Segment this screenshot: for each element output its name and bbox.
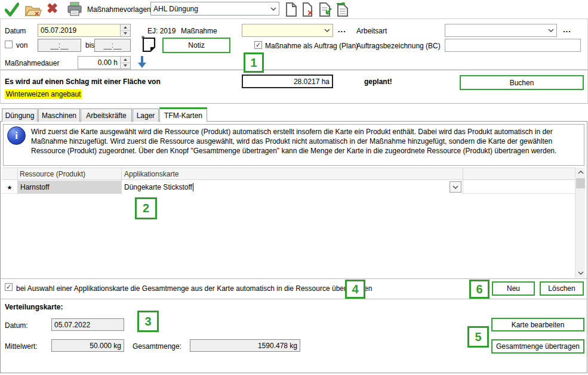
mean-field[interactable]: 50.000 kg	[51, 339, 124, 352]
tab-tfm-karten-label: TFM-Karten	[164, 111, 202, 120]
tab-duengung[interactable]: Düngung	[2, 109, 38, 122]
order-plan-checkbox[interactable]: ✓	[254, 41, 262, 49]
date-spinner[interactable]	[120, 24, 130, 36]
tab-maschinen-label: Maschinen	[42, 111, 76, 120]
copy-document-icon[interactable]	[335, 2, 350, 17]
arrow-down-icon[interactable]	[137, 55, 147, 69]
edit-card-button-label: Karte bearbeiten	[512, 321, 565, 329]
date-value: 05.07.2019	[38, 26, 120, 35]
area-value-box: 28.0217 ha	[242, 75, 333, 88]
annotation-5: 5	[467, 326, 489, 348]
worktype-combobox[interactable]	[445, 24, 557, 37]
order-plan-label: Maßnahme als Auftrag (Plan)	[265, 42, 358, 50]
duration-spinner[interactable]	[120, 57, 130, 69]
delete-button[interactable]: Löschen	[540, 281, 584, 296]
resource-cell-value: Harnstoff	[20, 183, 49, 191]
mean-label: Mittelwert:	[5, 342, 38, 351]
section-divider	[1, 278, 587, 279]
templates-combobox[interactable]: AHL Düngung	[150, 2, 279, 16]
info-text: Wird zuerst die Karte ausgewählt wird di…	[31, 127, 581, 156]
templates-label: Maßnahmevorlagen	[87, 5, 151, 14]
column-header-resource[interactable]: Ressource (Produkt)	[20, 170, 85, 178]
duration-value: 0.00 h	[78, 58, 120, 67]
duration-label: Maßnahmedauer	[5, 59, 59, 67]
svg-text:×: ×	[35, 9, 39, 17]
delete-document-icon[interactable]: ×	[302, 2, 315, 17]
order-name-input[interactable]	[445, 39, 581, 52]
economic-year-label: EJ: 2019	[147, 27, 176, 35]
to-label: bis	[85, 41, 94, 49]
open-folder-cancel-icon[interactable]: ×	[25, 4, 42, 17]
note-button-label: Notiz	[188, 41, 204, 49]
distribution-date-field[interactable]: 05.07.2022	[51, 318, 124, 331]
annotation-3: 3	[137, 311, 159, 332]
mean-value: 50.000 kg	[52, 342, 124, 350]
annotation-4: 4	[345, 280, 365, 299]
table-header-row	[2, 168, 575, 180]
new-document-icon[interactable]	[285, 2, 297, 17]
confirm-check-icon[interactable]	[5, 2, 19, 17]
distribution-date-value: 05.07.2022	[52, 321, 124, 329]
total-label: Gesamtmenge:	[133, 342, 181, 351]
chevron-down-icon	[268, 2, 279, 15]
section-divider	[1, 299, 587, 299]
application-card-cell[interactable]: Düngekarte Stickstoff	[122, 181, 463, 194]
time-to-input[interactable]: __:__	[94, 39, 131, 52]
measure-planning-window: × ✖ Maßnahmevorlagen AHL Düngung × Datum	[0, 0, 588, 375]
templates-combobox-value: AHL Düngung	[151, 5, 268, 13]
worktype-label: Arbeitsart	[356, 27, 387, 35]
printer-icon[interactable]	[67, 2, 82, 17]
resource-cell[interactable]: Harnstoff	[18, 181, 121, 194]
order-name-label: Auftragsbezeichnung (BC)	[356, 42, 441, 50]
measure-label: Maßnahme	[181, 27, 217, 35]
total-field[interactable]: 1590.478 kg	[190, 339, 300, 352]
tab-lager[interactable]: Lager	[133, 109, 159, 122]
column-header-card[interactable]: Applikationskarte	[124, 170, 178, 178]
worktype-more-button[interactable]: ...	[563, 25, 571, 34]
time-from-value: __:__	[38, 41, 81, 49]
book-button-label: Buchen	[510, 79, 534, 87]
text-cursor	[193, 183, 193, 191]
card-dropdown-button[interactable]	[450, 181, 461, 193]
tab-arbeitskraefte[interactable]: Arbeitskräfte	[81, 109, 132, 122]
crop-note-highlight: Winterweizen angebaut	[5, 89, 82, 99]
transfer-total-button[interactable]: Gesamtmenge übertragen	[491, 339, 584, 354]
edit-card-button[interactable]: Karte bearbeiten	[491, 318, 584, 331]
scroll-down-icon[interactable]	[575, 268, 586, 278]
note-button[interactable]: Notiz	[162, 38, 230, 53]
tab-arbeitskraefte-label: Arbeitskräfte	[86, 111, 126, 120]
date-input[interactable]: 05.07.2019	[38, 24, 131, 37]
total-value: 1590.478 kg	[190, 342, 300, 350]
vertical-scrollbar[interactable]	[575, 168, 585, 278]
auto-transfer-checkbox[interactable]: ✓	[5, 283, 13, 291]
info-icon: i	[7, 126, 26, 145]
delete-x-icon[interactable]: ✖	[47, 1, 58, 17]
chevron-down-icon	[546, 24, 556, 36]
save-document-icon[interactable]	[319, 2, 332, 17]
duration-input[interactable]: 0.00 h	[78, 56, 131, 69]
scroll-up-icon[interactable]	[575, 168, 586, 177]
tab-lager-label: Lager	[137, 111, 155, 120]
note-icon[interactable]	[141, 35, 156, 52]
distribution-date-label: Datum:	[5, 321, 28, 330]
annotation-6: 6	[469, 280, 490, 299]
measure-more-button[interactable]: ...	[338, 25, 346, 34]
time-from-input[interactable]: __:__	[38, 39, 81, 52]
time-to-value: __:__	[95, 41, 130, 49]
new-button[interactable]: Neu	[492, 281, 535, 296]
annotation-1: 1	[244, 52, 264, 73]
area-value: 28.0217 ha	[243, 78, 332, 86]
svg-text:×: ×	[307, 8, 313, 17]
distribution-title: Verteilungskarte:	[5, 303, 63, 311]
row-marker-icon: ★	[2, 181, 17, 194]
tab-duengung-label: Düngung	[5, 111, 35, 120]
delete-button-label: Löschen	[548, 284, 575, 293]
measure-combobox[interactable]	[242, 24, 333, 37]
tab-tfm-karten[interactable]: TFM-Karten	[159, 107, 207, 122]
new-button-label: Neu	[507, 284, 520, 293]
plan-sentence-end: geplant!	[364, 78, 392, 86]
time-range-checkbox[interactable]	[5, 41, 13, 48]
book-button[interactable]: Buchen	[460, 75, 584, 90]
tab-maschinen[interactable]: Maschinen	[38, 109, 80, 122]
scrollbar-thumb[interactable]	[576, 178, 585, 188]
